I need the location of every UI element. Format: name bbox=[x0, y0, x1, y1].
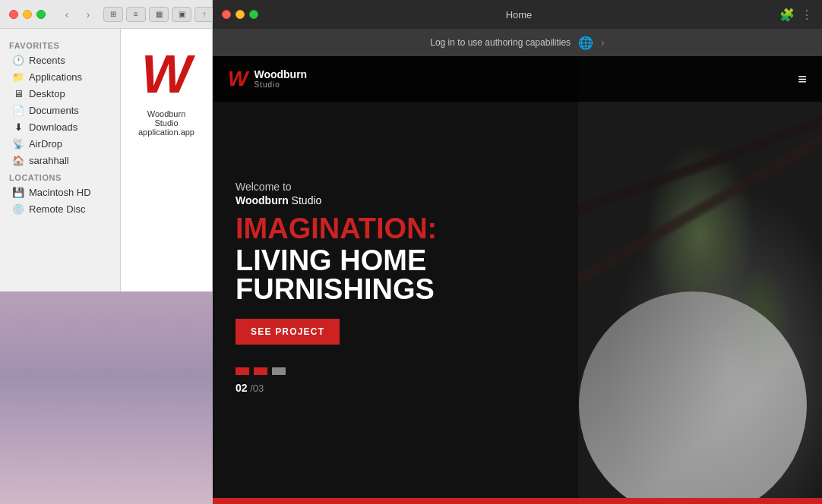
slide-dot-3[interactable] bbox=[272, 367, 286, 375]
hero-headline-white: LIVING HOME FURNISHINGS bbox=[236, 246, 525, 304]
finder-close-button[interactable] bbox=[9, 10, 18, 19]
browser-close-button[interactable] bbox=[222, 10, 231, 19]
logo-brand-name: Woodburn bbox=[254, 69, 307, 80]
hero-welcome-line2: Woodburn Studio bbox=[236, 194, 525, 206]
sidebar-item-desktop[interactable]: 🖥 Desktop bbox=[3, 85, 117, 102]
finder-back-button[interactable]: ‹ bbox=[58, 7, 76, 22]
logo-text: Woodburn Studio bbox=[254, 69, 307, 89]
sidebar-item-airdrop[interactable]: 📡 AirDrop bbox=[3, 135, 117, 152]
airdrop-icon: 📡 bbox=[12, 137, 24, 150]
sidebar-item-applications[interactable]: 📁 Applications bbox=[3, 68, 117, 85]
finder-maximize-button[interactable] bbox=[36, 10, 46, 19]
finder-toolbar-icons: ⊞ ≡ ▦ ▣ ↑ bbox=[103, 7, 214, 22]
hero-content: Welcome to Woodburn Studio IMAGINATION: … bbox=[213, 56, 548, 504]
hero-headline-red: IMAGINATION: bbox=[236, 214, 525, 243]
hero-section: Welcome to Woodburn Studio IMAGINATION: … bbox=[213, 56, 822, 504]
slide-dot-1[interactable] bbox=[236, 367, 249, 375]
browser-address-bar[interactable]: Log in to use authoring capabilities 🌐 › bbox=[213, 29, 822, 56]
red-bottom-bar bbox=[213, 498, 822, 504]
slide-counter-total: 03 bbox=[253, 383, 264, 394]
slide-dot-2[interactable] bbox=[254, 367, 267, 375]
slide-counter: 02 /03 bbox=[236, 381, 525, 395]
browser-tab-title: Home bbox=[506, 9, 533, 20]
desktop-icon: 🖥 bbox=[12, 87, 24, 99]
woodburn-w-logo: W bbox=[141, 48, 191, 101]
finder-titlebar: ‹ › ⊞ ≡ ▦ ▣ ↑ bbox=[0, 0, 212, 29]
globe-icon: 🌐 bbox=[578, 36, 593, 50]
browser-window: Home 🧩 ⋮ Log in to use authoring capabil… bbox=[213, 0, 822, 504]
finder-window: ‹ › ⊞ ≡ ▦ ▣ ↑ Favorites 🕐 Recents 📁 Appl… bbox=[0, 0, 213, 504]
app-icon-container[interactable]: W Woodburn Studio application.app bbox=[136, 44, 197, 137]
hero-welcome-line1: Welcome to bbox=[236, 181, 525, 193]
view-icon-list[interactable]: ≡ bbox=[126, 7, 146, 22]
view-icon-gallery[interactable]: ▣ bbox=[172, 7, 191, 22]
address-bar-text: Log in to use authoring capabilities bbox=[430, 37, 571, 48]
sidebar-favorites-header: Favorites bbox=[0, 36, 120, 52]
documents-icon: 📄 bbox=[12, 104, 24, 116]
recents-icon: 🕐 bbox=[12, 54, 24, 66]
sidebar-item-downloads[interactable]: ⬇ Downloads bbox=[3, 118, 117, 135]
home-icon: 🏠 bbox=[12, 154, 24, 166]
finder-background-area bbox=[0, 291, 213, 504]
browser-tab-area: Home bbox=[264, 9, 773, 20]
slide-indicators bbox=[236, 367, 525, 375]
sidebar-locations-header: Locations bbox=[0, 169, 120, 184]
view-icon-share[interactable]: ↑ bbox=[194, 7, 214, 22]
applications-icon: 📁 bbox=[12, 71, 24, 83]
app-filename: Woodburn Studio application.app bbox=[136, 109, 197, 137]
slide-counter-current: 02 bbox=[236, 382, 248, 394]
extension-icon[interactable]: 🧩 bbox=[779, 8, 795, 22]
finder-forward-button[interactable]: › bbox=[79, 7, 97, 22]
sidebar-item-home[interactable]: 🏠 sarahhall bbox=[3, 152, 117, 169]
disc-icon: 💿 bbox=[12, 203, 24, 215]
downloads-icon: ⬇ bbox=[12, 121, 24, 133]
disk-icon: 💾 bbox=[12, 186, 24, 198]
logo-sub-name: Studio bbox=[254, 80, 307, 89]
browser-maximize-button[interactable] bbox=[249, 10, 258, 19]
sidebar-item-recents[interactable]: 🕐 Recents bbox=[3, 52, 117, 68]
view-icon-grid[interactable]: ⊞ bbox=[103, 7, 123, 22]
logo-w-letter: W bbox=[228, 67, 248, 91]
website-header: W Woodburn Studio ≡ bbox=[213, 56, 822, 102]
finder-traffic-lights bbox=[9, 10, 46, 19]
slide-counter-sep: / bbox=[248, 383, 253, 394]
app-icon: W bbox=[136, 44, 197, 105]
view-icon-columns[interactable]: ▦ bbox=[149, 7, 169, 22]
sidebar-item-documents[interactable]: 📄 Documents bbox=[3, 102, 117, 118]
see-project-button[interactable]: SEE PROJECT bbox=[236, 319, 340, 345]
browser-titlebar: Home 🧩 ⋮ bbox=[213, 0, 822, 29]
sidebar-item-macintosh-hd[interactable]: 💾 Macintosh HD bbox=[3, 184, 117, 200]
sidebar-item-remote-disc[interactable]: 💿 Remote Disc bbox=[3, 200, 117, 217]
finder-minimize-button[interactable] bbox=[23, 10, 32, 19]
hamburger-menu-icon[interactable]: ≡ bbox=[798, 71, 807, 88]
browser-arrow-icon: › bbox=[601, 36, 605, 49]
browser-traffic-lights bbox=[222, 10, 258, 19]
finder-nav-arrows: ‹ › bbox=[58, 7, 97, 22]
browser-menu-icon[interactable]: ⋮ bbox=[801, 8, 813, 22]
website-content: W Woodburn Studio ≡ Welcome to Woodburn … bbox=[213, 56, 822, 504]
browser-minimize-button[interactable] bbox=[236, 10, 245, 19]
website-logo: W Woodburn Studio bbox=[228, 67, 307, 91]
browser-controls: 🧩 ⋮ bbox=[779, 8, 813, 22]
